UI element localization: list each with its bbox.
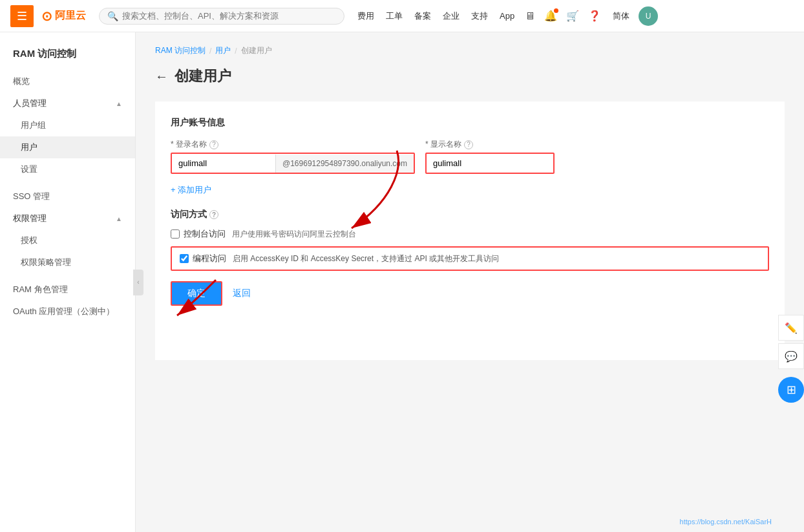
display-name-required: * 显示名称 [425, 139, 461, 150]
sidebar-collapse-btn[interactable]: ‹ [133, 270, 143, 295]
sidebar-group-people-label: 人员管理 [13, 98, 47, 109]
display-name-input[interactable] [425, 153, 555, 174]
sidebar-item-ram-role[interactable]: RAM 角色管理 [0, 279, 135, 301]
right-float-panel: ✏️ 💬 ⊞ [778, 315, 804, 403]
console-access-label[interactable]: 控制台访问 [171, 228, 226, 240]
login-name-group: * 登录名称 ? @1696912954897390.onaliyun.com [171, 139, 415, 174]
programming-access-label[interactable]: 编程访问 [180, 253, 226, 264]
sidebar-item-overview[interactable]: 概览 [0, 70, 135, 92]
login-name-info-icon[interactable]: ? [209, 140, 218, 149]
login-name-input-wrapper: @1696912954897390.onaliyun.com [171, 153, 415, 174]
sidebar: RAM 访问控制 概览 人员管理 ▲ 用户组 用户 设置 SSO 管理 权限管理… [0, 32, 136, 532]
add-user-link[interactable]: + 添加用户 [171, 184, 211, 196]
nav-item-enterprise[interactable]: 企业 [443, 10, 460, 22]
breadcrumb-create-user: 创建用户 [241, 45, 272, 56]
display-name-info-icon[interactable]: ? [464, 140, 473, 149]
nav-item-fees[interactable]: 费用 [357, 10, 374, 22]
access-info-icon[interactable]: ? [209, 210, 218, 219]
logo-icon: ⊙ [41, 8, 52, 24]
login-name-required: * 登录名称 [171, 139, 207, 150]
login-name-suffix: @1696912954897390.onaliyun.com [275, 154, 414, 173]
sidebar-title: RAM 访问控制 [0, 43, 135, 70]
display-name-group: * 显示名称 ? [425, 139, 555, 174]
display-name-label: * 显示名称 ? [425, 139, 555, 150]
monitor-icon[interactable]: 🖥 [525, 10, 535, 22]
programming-access-text: 编程访问 [193, 253, 226, 264]
sidebar-group-permission-label: 权限管理 [13, 213, 47, 224]
sidebar-group-people-arrow: ▲ [116, 100, 122, 107]
search-input[interactable] [122, 11, 336, 21]
page-title: 创建用户 [175, 67, 231, 86]
access-section-label: 访问方式 ? [171, 209, 769, 220]
back-button[interactable]: 返回 [233, 288, 251, 299]
login-name-label: * 登录名称 ? [171, 139, 415, 150]
console-access-text: 控制台访问 [184, 228, 226, 240]
float-grid-btn[interactable]: ⊞ [778, 377, 804, 403]
breadcrumb-sep-2: / [235, 47, 237, 56]
btn-row: 确定 返回 [171, 281, 769, 306]
sidebar-item-usergroup[interactable]: 用户组 [0, 114, 135, 136]
programming-access-checkbox[interactable] [180, 254, 189, 263]
logo-text: 阿里云 [55, 9, 86, 23]
back-arrow-icon[interactable]: ← [155, 69, 168, 84]
field-row-names: * 登录名称 ? @1696912954897390.onaliyun.com … [171, 139, 769, 174]
console-access-option: 控制台访问 用户使用账号密码访问阿里云控制台 [171, 228, 769, 240]
breadcrumb-ram[interactable]: RAM 访问控制 [155, 45, 206, 56]
nav-items: 费用 工单 备案 企业 支持 App [357, 10, 514, 22]
sidebar-item-settings[interactable]: 设置 [0, 158, 135, 180]
menu-icon: ☰ [17, 10, 27, 23]
console-access-checkbox[interactable] [171, 229, 180, 239]
nav-item-support[interactable]: 支持 [471, 10, 488, 22]
page-title-row: ← 创建用户 [155, 67, 785, 86]
programming-access-desc: 启用 AccessKey ID 和 AccessKey Secret，支持通过 … [233, 253, 499, 264]
sidebar-group-permission[interactable]: 权限管理 ▲ [0, 207, 135, 229]
logo: ⊙ 阿里云 [41, 8, 86, 24]
bell-icon[interactable]: 🔔 [544, 10, 557, 22]
breadcrumb-sep-1: / [209, 47, 211, 56]
menu-button[interactable]: ☰ [10, 5, 34, 27]
sidebar-item-sso[interactable]: SSO 管理 [0, 186, 135, 207]
float-grid-icon: ⊞ [787, 383, 796, 397]
float-chat-btn[interactable]: 💬 [778, 343, 804, 369]
breadcrumb: RAM 访问控制 / 用户 / 创建用户 [155, 45, 785, 56]
cart-icon[interactable]: 🛒 [566, 10, 579, 22]
layout: RAM 访问控制 概览 人员管理 ▲ 用户组 用户 设置 SSO 管理 权限管理… [0, 32, 804, 532]
float-chat-icon: 💬 [785, 350, 798, 363]
search-bar[interactable]: 🔍 [99, 8, 344, 25]
form-card: 用户账号信息 * 登录名称 ? @1696912954897390.onaliy… [155, 101, 785, 360]
watermark: https://blog.csdn.net/KaiSarH [680, 518, 772, 526]
main-content: RAM 访问控制 / 用户 / 创建用户 ← 创建用户 用户账号信息 * 登录名… [136, 32, 804, 532]
confirm-button[interactable]: 确定 [171, 281, 222, 306]
programming-access-option: 编程访问 启用 AccessKey ID 和 AccessKey Secret，… [171, 246, 769, 271]
console-access-desc: 用户使用账号密码访问阿里云控制台 [232, 229, 356, 240]
breadcrumb-user[interactable]: 用户 [215, 45, 231, 56]
help-icon[interactable]: ❓ [588, 10, 601, 22]
sidebar-item-policy[interactable]: 权限策略管理 [0, 251, 135, 273]
language-switcher[interactable]: 简体 [613, 10, 629, 22]
float-edit-btn[interactable]: ✏️ [778, 315, 804, 341]
sidebar-group-people[interactable]: 人员管理 ▲ [0, 92, 135, 114]
nav-icons: 🖥 🔔 🛒 ❓ 简体 U [525, 6, 658, 26]
access-section-text: 访问方式 [171, 209, 207, 220]
nav-item-ticket[interactable]: 工单 [386, 10, 403, 22]
top-nav: ☰ ⊙ 阿里云 🔍 费用 工单 备案 企业 支持 App 🖥 🔔 🛒 ❓ 简体 … [0, 0, 804, 32]
float-edit-icon: ✏️ [785, 322, 798, 334]
sidebar-item-auth[interactable]: 授权 [0, 229, 135, 251]
nav-item-app[interactable]: App [500, 11, 514, 21]
account-section-label: 用户账号信息 [171, 117, 769, 129]
nav-item-icp[interactable]: 备案 [414, 10, 431, 22]
sidebar-item-user[interactable]: 用户 [0, 136, 135, 158]
sidebar-item-oauth[interactable]: OAuth 应用管理（公测中） [0, 301, 135, 323]
search-icon: 🔍 [107, 11, 118, 21]
sidebar-group-permission-arrow: ▲ [116, 215, 122, 222]
avatar[interactable]: U [639, 6, 658, 26]
login-name-input[interactable] [172, 154, 275, 173]
